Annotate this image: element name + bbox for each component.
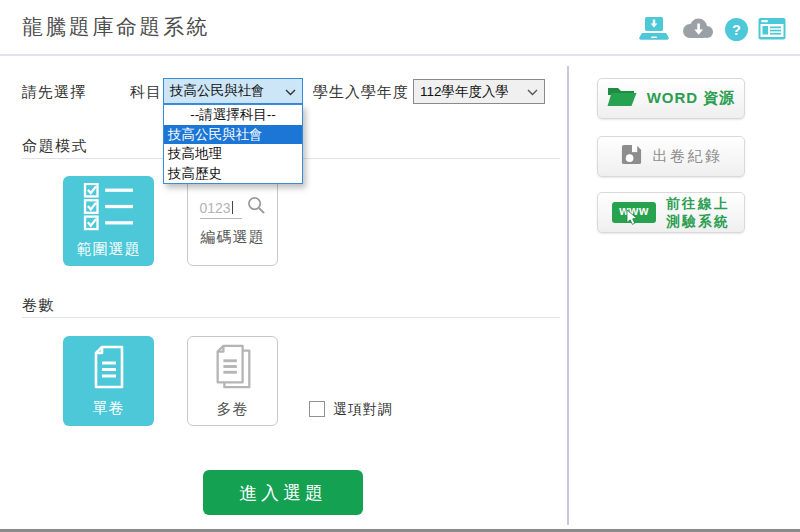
- word-resource-button[interactable]: WORD 資源: [597, 78, 745, 119]
- dropdown-option[interactable]: --請選擇科目--: [164, 105, 302, 125]
- subject-select[interactable]: 技高公民與社會: [163, 78, 303, 104]
- chevron-down-icon: [285, 84, 296, 99]
- dropdown-option-selected[interactable]: 技高公民與社會: [164, 125, 302, 145]
- swap-options-checkbox[interactable]: [309, 401, 325, 417]
- header-toolbar: ?: [638, 15, 786, 43]
- app-title: 龍騰題庫命題系統: [22, 13, 210, 41]
- documents-icon: [210, 343, 256, 395]
- document-icon: [89, 344, 129, 394]
- code-input[interactable]: 0123: [200, 200, 242, 219]
- record-label: 出卷紀錄: [653, 147, 723, 166]
- prompt-label: 請先選擇: [22, 83, 86, 102]
- checklist-icon: [83, 183, 135, 235]
- cloud-download-icon[interactable]: [679, 16, 715, 42]
- chevron-down-icon: [527, 84, 538, 99]
- cursor-icon: [626, 210, 638, 231]
- folder-icon: [607, 85, 637, 113]
- subject-select-value: 技高公民與社會: [170, 82, 265, 100]
- subject-dropdown: --請選擇科目-- 技高公民與社會 技高地理 技高歷史: [163, 104, 303, 184]
- multi-paper-button[interactable]: 多卷: [187, 336, 278, 426]
- floppy-icon: [620, 143, 643, 170]
- subject-label: 科目: [130, 83, 162, 102]
- record-button[interactable]: 出卷紀錄: [597, 136, 745, 177]
- code-select-button[interactable]: 0123 編碼選題: [187, 176, 278, 266]
- www-icon: www: [612, 202, 656, 223]
- section-divider: [22, 317, 560, 318]
- multi-paper-label: 多卷: [217, 400, 249, 419]
- online-test-label: 前往線上 測驗系統: [666, 195, 730, 230]
- app-header: 龍騰題庫命題系統: [0, 0, 800, 56]
- year-label: 學生入學年度: [313, 83, 409, 102]
- vertical-divider: [567, 66, 569, 525]
- word-resource-label: WORD 資源: [647, 89, 736, 108]
- swap-options-label: 選項對調: [333, 401, 393, 419]
- laptop-download-icon[interactable]: [638, 16, 670, 42]
- single-paper-button[interactable]: 單卷: [63, 336, 154, 426]
- mode-section-title: 命題模式: [22, 137, 88, 156]
- svg-text:?: ?: [732, 21, 741, 37]
- dropdown-option[interactable]: 技高歷史: [164, 164, 302, 184]
- code-select-label: 編碼選題: [201, 228, 265, 247]
- range-select-button[interactable]: 範圍選題: [63, 176, 154, 266]
- search-icon: [247, 196, 266, 219]
- range-select-label: 範圍選題: [77, 240, 141, 259]
- dropdown-option[interactable]: 技高地理: [164, 144, 302, 164]
- text-cursor: [232, 201, 233, 214]
- year-select-value: 112學年度入學: [420, 83, 509, 101]
- submit-button[interactable]: 進入選題: [203, 470, 363, 515]
- year-select[interactable]: 112學年度入學: [413, 79, 545, 104]
- papers-section-title: 卷數: [22, 296, 55, 315]
- help-icon[interactable]: ?: [724, 17, 749, 42]
- browser-window-icon[interactable]: [758, 17, 786, 41]
- online-test-button[interactable]: www 前往線上 測驗系統: [597, 192, 745, 233]
- app-window: 龍騰題庫命題系統: [0, 0, 800, 532]
- single-paper-label: 單卷: [93, 399, 125, 418]
